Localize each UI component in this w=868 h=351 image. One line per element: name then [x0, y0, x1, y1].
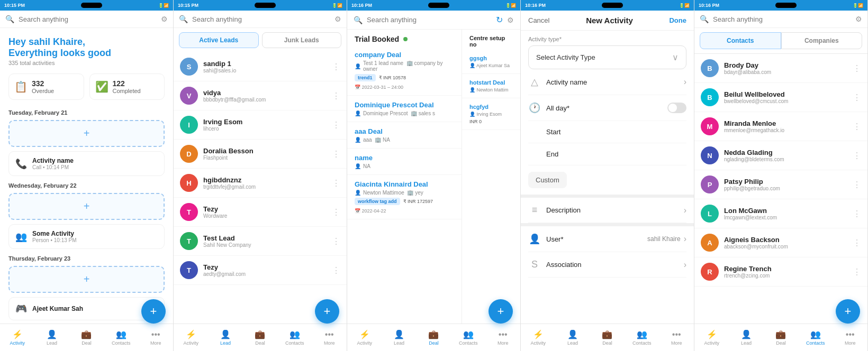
lead-more-7[interactable]: ⋮ — [332, 265, 340, 275]
fab-2[interactable]: + — [315, 299, 339, 324]
lead-item-4[interactable]: H hgibddnznz trgitdttvfej@gmail.com ⋮ — [174, 169, 347, 198]
activity-item-1[interactable]: 📞 Activity name Call • 10:14 PM — [8, 151, 165, 176]
nav-contacts-2[interactable]: 👥 Contacts — [283, 329, 306, 346]
refresh-icon[interactable]: ↻ — [496, 15, 503, 25]
search-bar-2[interactable]: 🔍 ⚙ — [174, 11, 347, 28]
companies-tab[interactable]: Companies — [781, 32, 863, 49]
nav-lead-1[interactable]: 👤 Lead — [40, 329, 64, 346]
contact-item-0[interactable]: B Brody Day bdayr@alibaba.com ⋮ — [694, 54, 867, 83]
lead-item-2[interactable]: I Irving Esom lihcero ⋮ — [174, 110, 347, 140]
contact-more-1[interactable]: ⋮ — [853, 93, 861, 103]
lead-item-6[interactable]: T Test Lead Sahil New Company ⋮ — [174, 227, 347, 256]
nav-lead-3[interactable]: 👤 Lead — [387, 329, 411, 346]
search-input-2[interactable] — [192, 15, 330, 23]
search-input-5[interactable] — [713, 15, 851, 23]
all-day-row[interactable]: 🕐 All day* — [528, 95, 686, 121]
contact-more-0[interactable]: ⋮ — [853, 63, 861, 73]
fab-3[interactable]: + — [489, 299, 513, 324]
contact-more-5[interactable]: ⋮ — [853, 209, 861, 219]
nav-lead-5[interactable]: 👤 Lead — [735, 329, 758, 346]
add-activity-3[interactable]: + — [8, 266, 165, 293]
lead-more-5[interactable]: ⋮ — [332, 207, 340, 217]
filter-icon-1[interactable]: ⚙ — [161, 15, 168, 23]
nav-deal-5[interactable]: 💼 Deal — [769, 329, 793, 346]
user-row[interactable]: 👤 User* sahil Khaire › — [528, 226, 686, 252]
association-row[interactable]: S Association › — [528, 252, 686, 278]
nav-contacts-3[interactable]: 👥 Contacts — [456, 329, 480, 346]
lead-item-7[interactable]: T Tezy aedty@gmail.com ⋮ — [174, 256, 347, 285]
nav-more-5[interactable]: ••• More — [838, 330, 862, 346]
fab-1[interactable]: + — [141, 299, 166, 324]
nav-activity-5[interactable]: ⚡ Activity — [700, 329, 724, 346]
lead-item-0[interactable]: S sandip 1 sahi@sales.io ⋮ — [174, 52, 347, 81]
contact-item-2[interactable]: M Miranda Menloe mmenloe@rmegathack.io ⋮ — [694, 112, 867, 141]
contact-item-3[interactable]: N Nedda Glading nglading@bldeterms.com ⋮ — [694, 141, 867, 170]
nav-deal-1[interactable]: 💼 Deal — [75, 329, 98, 346]
deal-card-r0[interactable]: ggsgh 👤 Ajeet Kumar Sa — [462, 50, 520, 74]
nav-more-2[interactable]: ••• More — [318, 330, 341, 346]
deal-card-0[interactable]: company Deal 👤 Test 1 lead name 🏢 compan… — [347, 45, 462, 96]
deal-card-1[interactable]: Dominique Prescot Deal 👤 Dominique Presc… — [347, 96, 462, 122]
nav-activity-4[interactable]: ⚡ Activity — [526, 329, 550, 346]
search-input-3[interactable] — [367, 16, 492, 24]
custom-button[interactable]: Custom — [528, 172, 567, 188]
activity-item-2[interactable]: 👥 Some Activity Person • 10:13 PM — [8, 224, 165, 249]
fab-5[interactable]: + — [836, 299, 860, 324]
filter-icon-3[interactable]: ⚙ — [507, 16, 514, 24]
search-bar-1[interactable]: 🔍 ⚙ — [0, 11, 173, 28]
active-leads-tab[interactable]: Active Leads — [179, 32, 259, 48]
done-button[interactable]: Done — [669, 16, 686, 24]
lead-more-0[interactable]: ⋮ — [332, 62, 340, 72]
filter-icon-5[interactable]: ⚙ — [855, 15, 862, 23]
lead-more-2[interactable]: ⋮ — [332, 120, 340, 130]
lead-more-3[interactable]: ⋮ — [332, 149, 340, 159]
nav-activity-3[interactable]: ⚡ Activity — [352, 329, 376, 346]
cancel-button[interactable]: Cancel — [528, 16, 549, 24]
lead-more-6[interactable]: ⋮ — [332, 236, 340, 246]
add-activity-1[interactable]: + — [8, 120, 165, 147]
contacts-tab[interactable]: Contacts — [700, 32, 781, 49]
lead-item-1[interactable]: V vidya bbbdbytr@fffa@gmail.com ⋮ — [174, 81, 347, 110]
deal-card-r2[interactable]: hcgfyd 👤 Irving Esom INR 0 — [462, 98, 520, 130]
nav-lead-2[interactable]: 👤 Lead — [214, 329, 238, 346]
nav-deal-3[interactable]: 💼 Deal — [422, 329, 446, 346]
nav-contacts-4[interactable]: 👥 Contacts — [630, 329, 654, 346]
all-day-toggle[interactable] — [667, 103, 686, 113]
search-bar-5[interactable]: 🔍 ⚙ — [694, 11, 867, 28]
nav-more-4[interactable]: ••• More — [665, 330, 689, 346]
junk-leads-tab[interactable]: Junk Leads — [262, 32, 342, 48]
contact-more-6[interactable]: ⋮ — [853, 238, 861, 248]
lead-item-5[interactable]: T Tezy Wordware ⋮ — [174, 198, 347, 227]
lead-item-3[interactable]: D Doralia Besson Flashpoint ⋮ — [174, 140, 347, 169]
end-row[interactable]: End — [528, 143, 686, 165]
contact-more-7[interactable]: ⋮ — [853, 267, 861, 277]
deal-card-3[interactable]: name 👤 NA — [347, 149, 462, 175]
lead-more-4[interactable]: ⋮ — [332, 178, 340, 188]
nav-more-3[interactable]: ••• More — [491, 330, 515, 346]
description-row[interactable]: ≡ Description › — [528, 198, 686, 223]
deal-card-4[interactable]: Giacinta Kinnaird Deal 👤 Newton Mattimoe… — [347, 175, 462, 219]
search-input-1[interactable] — [19, 15, 157, 23]
filter-icon-2[interactable]: ⚙ — [334, 15, 341, 23]
contact-more-4[interactable]: ⋮ — [853, 180, 861, 190]
contact-item-6[interactable]: A Aigneis Backson abackson@myconfruit.co… — [694, 228, 867, 257]
nav-lead-4[interactable]: 👤 Lead — [561, 329, 585, 346]
contact-item-5[interactable]: L Lon McGawn lmcgawn@lextext.com ⋮ — [694, 199, 867, 228]
contact-more-3[interactable]: ⋮ — [853, 151, 861, 161]
contact-item-1[interactable]: B Beilul Wellbeloved bwellbeloved@cmcust… — [694, 83, 867, 112]
start-row[interactable]: Start — [528, 121, 686, 143]
contact-item-7[interactable]: R Regine Trench rtrench@zcing.com ⋮ — [694, 257, 867, 287]
nav-deal-4[interactable]: 💼 Deal — [595, 329, 619, 346]
nav-activity-2[interactable]: ⚡ Activity — [179, 329, 203, 346]
nav-deal-2[interactable]: 💼 Deal — [248, 329, 272, 346]
activity-name-row[interactable]: △ Activity name › — [528, 69, 686, 95]
nav-more-1[interactable]: ••• More — [144, 330, 168, 346]
lead-more-1[interactable]: ⋮ — [332, 91, 340, 101]
contact-more-2[interactable]: ⋮ — [853, 122, 861, 132]
deal-card-2[interactable]: aaa Deal 👤 aaa 🏢 NA — [347, 122, 462, 149]
nav-contacts-1[interactable]: 👥 Contacts — [109, 329, 133, 346]
nav-activity-1[interactable]: ⚡ Activity — [5, 329, 29, 346]
add-activity-2[interactable]: + — [8, 193, 165, 220]
contact-item-4[interactable]: P Patsy Philip pphilip@bgetraduo.com ⋮ — [694, 170, 867, 199]
deal-card-r1[interactable]: hotstart Deal 👤 Newton Mattim — [462, 74, 520, 98]
